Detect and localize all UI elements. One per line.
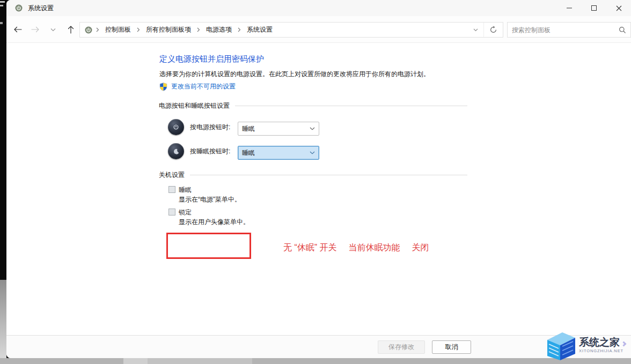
- system-settings-window: 系统设置: [6, 0, 631, 358]
- desktop-icon-fragment: [0, 1, 5, 3]
- close-button[interactable]: [606, 0, 631, 16]
- breadcrumb-item-control-panel[interactable]: 控制面板: [100, 25, 136, 34]
- lock-checkbox-label[interactable]: 锁定: [179, 208, 192, 217]
- power-button-action-select[interactable]: 睡眠: [238, 122, 319, 136]
- lock-option-description: 显示在用户头像菜单中。: [179, 218, 250, 227]
- section-divider: [190, 175, 467, 175]
- recent-pages-chevron-button[interactable]: [44, 21, 62, 38]
- back-button[interactable]: [9, 21, 26, 38]
- section-title: 关机设置: [159, 170, 185, 180]
- sleep-button-action-select[interactable]: 睡眠: [238, 146, 319, 160]
- refresh-button[interactable]: [483, 23, 503, 37]
- chevron-right-icon: [96, 27, 99, 32]
- window-controls: [557, 0, 631, 16]
- cancel-button[interactable]: 取消: [432, 340, 471, 354]
- power-button-row: 按电源按钮时:: [168, 119, 237, 135]
- chevron-down-icon: [310, 151, 315, 154]
- annotation-part: 无 “休眠” 开关: [283, 242, 337, 254]
- minimize-button[interactable]: [557, 0, 582, 16]
- power-button-icon: [168, 119, 184, 135]
- breadcrumb-item-system-settings[interactable]: 系统设置: [242, 25, 277, 34]
- breadcrumb-page-icon: [84, 26, 93, 34]
- selected-value: 睡眠: [242, 124, 255, 133]
- sleep-button-icon: [168, 143, 184, 159]
- section-divider: [235, 106, 467, 106]
- breadcrumb-item-all-items[interactable]: 所有控制面板项: [141, 25, 196, 34]
- change-unavailable-settings-link[interactable]: 更改当前不可用的设置: [171, 82, 236, 91]
- address-dropdown-button[interactable]: [467, 23, 483, 37]
- page-title: 定义电源按钮并启用密码保护: [159, 54, 264, 64]
- chevron-down-icon: [310, 127, 315, 130]
- desktop-bottom-strip-segment: [148, 358, 252, 364]
- maximize-button[interactable]: [582, 0, 606, 16]
- watermark: 系统之家 XITONGZHIJIA.NET: [544, 326, 631, 364]
- power-button-label: 按电源按钮时:: [190, 123, 237, 132]
- power-buttons-section-header: 电源按钮和睡眠按钮设置: [159, 101, 467, 110]
- annotation-highlight-box: [166, 233, 251, 259]
- selected-value: 睡眠: [242, 148, 255, 158]
- shutdown-section-header: 关机设置: [159, 170, 467, 180]
- sleep-checkbox-label[interactable]: 睡眠: [179, 185, 192, 195]
- sleep-button-label: 按睡眠按钮时:: [190, 147, 237, 156]
- search-input[interactable]: [508, 26, 614, 34]
- search-box: [507, 22, 631, 38]
- forward-button[interactable]: [26, 21, 44, 38]
- chevron-right-icon: [238, 27, 241, 32]
- chevron-right-icon: [197, 27, 200, 32]
- window-title: 系统设置: [28, 4, 54, 13]
- footer-button-bar: 保存修改 取消: [6, 335, 631, 358]
- desktop-icon-fragment: [0, 5, 3, 6]
- annotation-text: 无 “休眠” 开关 当前休眠功能 关闭: [283, 242, 429, 254]
- desktop-edge-strip: [0, 0, 6, 280]
- watermark-logo: [544, 328, 577, 362]
- annotation-part: 关闭: [412, 242, 429, 254]
- breadcrumb-path: 控制面板 所有控制面板项 电源选项 系统设置: [80, 25, 467, 34]
- titlebar: 系统设置: [6, 0, 631, 16]
- desktop-icon-fragment: [0, 22, 3, 24]
- desktop-bottom-strip: [0, 358, 631, 364]
- power-options-app-icon: [14, 4, 23, 12]
- desktop-bottom-strip-segment: [123, 358, 148, 364]
- chevron-right-icon: [137, 27, 140, 32]
- breadcrumb-item-power-options[interactable]: 电源选项: [201, 25, 237, 34]
- sleep-option-description: 显示在“电源”菜单中。: [179, 195, 241, 204]
- sleep-checkbox[interactable]: [168, 186, 175, 193]
- watermark-name: 系统之家: [579, 337, 620, 348]
- lock-checkbox[interactable]: [168, 209, 175, 216]
- section-title: 电源按钮和睡眠按钮设置: [159, 101, 230, 110]
- desktop-edge-strip-lower: [0, 280, 6, 358]
- page-description: 选择要为你的计算机设置的电源设置。在此页上对设置所做的更改将应用于你所有的电源计…: [159, 70, 430, 79]
- watermark-domain: XITONGZHIJIA.NET: [579, 348, 626, 353]
- save-changes-button[interactable]: 保存修改: [378, 340, 425, 354]
- watermark-text: 系统之家 XITONGZHIJIA.NET: [579, 337, 626, 353]
- navigation-toolbar: 控制面板 所有控制面板项 电源选项 系统设置: [6, 16, 631, 43]
- shutdown-option-lock: 锁定: [168, 208, 192, 217]
- search-icon: [614, 26, 630, 34]
- up-button[interactable]: [62, 21, 79, 38]
- sleep-button-row: 按睡眠按钮时:: [168, 143, 237, 159]
- nav-buttons: [9, 21, 79, 38]
- shutdown-option-sleep: 睡眠: [168, 185, 192, 195]
- uac-link-row: 更改当前不可用的设置: [159, 82, 236, 91]
- uac-shield-icon: [159, 83, 167, 91]
- annotation-part: 当前休眠功能: [349, 242, 400, 254]
- watermark-chevron-icon: [621, 341, 627, 346]
- breadcrumb: 控制面板 所有控制面板项 电源选项 系统设置: [79, 22, 503, 38]
